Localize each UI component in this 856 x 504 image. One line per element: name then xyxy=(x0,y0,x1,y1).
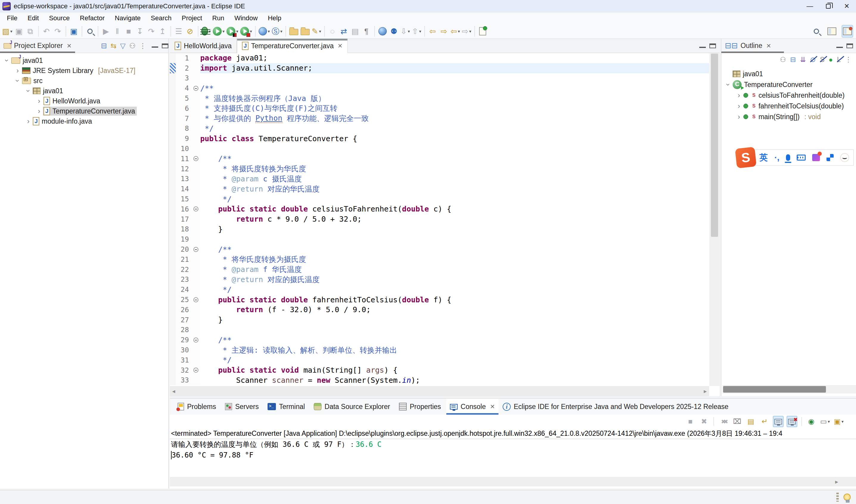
import-button[interactable] xyxy=(288,25,300,38)
project-item-src[interactable]: ›src xyxy=(0,76,168,86)
menu-item-run[interactable]: Run xyxy=(207,13,229,24)
expand-arrow-icon[interactable]: › xyxy=(735,102,743,110)
close-icon[interactable]: ✕ xyxy=(490,403,495,410)
code-line-15[interactable]: 15 */ xyxy=(170,194,709,204)
menu-item-navigate[interactable]: Navigate xyxy=(110,13,146,24)
scroll-lock-button[interactable]: ▤ xyxy=(746,416,756,427)
code-line-7[interactable]: 7 * 与你提供的 Python 程序功能、逻辑完全一致 xyxy=(170,113,709,124)
code-line-24[interactable]: 24 */ xyxy=(170,285,709,294)
menu-item-help[interactable]: Help xyxy=(263,13,286,24)
link-with-editor-icon[interactable]: ⇆ xyxy=(110,42,117,50)
minimize-view-icon[interactable] xyxy=(836,47,843,48)
outline-item-java01[interactable]: java01 xyxy=(721,69,856,79)
step-return-button[interactable]: ↥ xyxy=(157,25,168,38)
menu-item-refactor[interactable]: Refactor xyxy=(75,13,110,24)
soft-keyboard-button[interactable] xyxy=(797,155,806,161)
collapse-arrow-icon[interactable]: › xyxy=(13,77,22,85)
editor-tab-helloworld-java[interactable]: HelloWorld.java xyxy=(170,39,237,53)
code-line-31[interactable]: 31 */ xyxy=(170,355,709,365)
open-perspective-button[interactable] xyxy=(826,25,838,38)
menu-item-window[interactable]: Window xyxy=(229,13,263,24)
expand-arrow-icon[interactable]: › xyxy=(735,91,743,100)
code-line-6[interactable]: 6 * 支持摄氏度(C)与华氏度(F)之间互转 xyxy=(170,103,709,113)
project-item-temperatureconverter-java[interactable]: ›TemperatureConverter.java xyxy=(0,106,168,116)
scrollbar-thumb[interactable] xyxy=(723,386,826,393)
pin-editor-button[interactable] xyxy=(477,25,488,38)
restore-from-button[interactable]: ⇧▾ xyxy=(411,25,422,38)
project-item-helloworld-java[interactable]: ›HelloWorld.java xyxy=(0,96,168,106)
code-line-3[interactable]: 3 xyxy=(170,73,709,84)
editor-tab-temperatureconverter-java[interactable]: TemperatureConverter.java✕ xyxy=(237,39,348,53)
fold-collapse-icon[interactable] xyxy=(193,297,198,302)
close-button[interactable]: ✕ xyxy=(838,0,856,13)
fold-collapse-icon[interactable] xyxy=(193,338,198,343)
java-ee-perspective-button[interactable] xyxy=(842,25,853,38)
save-all-button[interactable]: ⧉ xyxy=(25,25,36,38)
debug-button[interactable]: ▾ xyxy=(200,25,212,38)
hide-local-types-icon[interactable]: L xyxy=(837,56,841,64)
expand-arrow-icon[interactable]: › xyxy=(24,117,32,125)
new-wizard-button[interactable]: ▧▾ xyxy=(1,25,13,38)
fold-collapse-icon[interactable] xyxy=(193,156,198,161)
code-line-14[interactable]: 14 * @return 对应的华氏温度 xyxy=(170,184,709,194)
code-line-25[interactable]: 25 public static double fahrenheitToCels… xyxy=(170,294,709,305)
emoji-button[interactable] xyxy=(840,153,849,162)
sogou-logo-icon[interactable]: S xyxy=(735,147,757,168)
profile-button[interactable]: ▾ xyxy=(239,25,253,38)
search-button[interactable] xyxy=(811,25,822,38)
collapse-arrow-icon[interactable]: › xyxy=(3,57,11,64)
console-horizontal-scrollbar[interactable]: ▸ xyxy=(170,477,856,486)
code-line-11[interactable]: 11 /** xyxy=(170,154,709,164)
terminate-button[interactable]: ■ xyxy=(685,416,696,427)
pin-console-button[interactable]: ◉ xyxy=(806,416,817,427)
menu-item-edit[interactable]: Edit xyxy=(22,13,44,24)
project-item-java01[interactable]: ›java01 xyxy=(0,55,168,66)
code-line-13[interactable]: 13 * @param c 摄氏温度 xyxy=(170,174,709,184)
save-button[interactable]: ▣ xyxy=(13,25,25,38)
view-menu-icon[interactable]: ⋮ xyxy=(139,42,146,50)
code-line-16[interactable]: 16 public static double celsiusToFahrenh… xyxy=(170,204,709,214)
show-stderr-changes-button[interactable]: ✖ xyxy=(787,416,797,427)
editor-horizontal-scrollbar[interactable]: ◂ ▸ xyxy=(170,386,709,396)
run-button[interactable]: ▾ xyxy=(212,25,226,38)
voice-input-button[interactable] xyxy=(786,154,790,161)
code-line-26[interactable]: 26 return (f - 32.0) * 5.0 / 9.0; xyxy=(170,305,709,315)
new-web-project-button[interactable]: ▾ xyxy=(258,25,271,38)
resume-button[interactable]: ▶ xyxy=(101,25,112,38)
project-item-java01[interactable]: ›java01 xyxy=(0,86,168,96)
run-on-server-button[interactable]: ⚉ xyxy=(388,25,399,38)
bottom-tab-terminal[interactable]: Terminal xyxy=(264,399,308,415)
code-line-4[interactable]: 4/** xyxy=(170,83,709,93)
close-icon[interactable]: ✕ xyxy=(67,42,72,50)
maximize-view-icon[interactable] xyxy=(162,43,168,48)
code-line-20[interactable]: 20 /** xyxy=(170,244,709,254)
next-edit-location-button[interactable]: ⇨ xyxy=(438,25,450,38)
scroll-left-arrow[interactable]: ◂ xyxy=(172,388,175,395)
code-line-33[interactable]: 33 Scanner scanner = new Scanner(System.… xyxy=(170,375,709,385)
fold-collapse-icon[interactable] xyxy=(193,86,198,91)
scrollbar-thumb[interactable] xyxy=(711,54,718,237)
suspend-button[interactable]: ‖ xyxy=(112,25,123,38)
bottom-tab-problems[interactable]: Problems xyxy=(174,399,219,415)
export-button[interactable] xyxy=(300,25,311,38)
search-flashlight-button[interactable] xyxy=(84,25,96,38)
code-line-2[interactable]: 2import java.util.Scanner; xyxy=(170,63,709,73)
code-line-27[interactable]: 27 } xyxy=(170,315,709,325)
code-line-29[interactable]: 29 /** xyxy=(170,335,709,345)
code-line-5[interactable]: 5 * 温度转换器示例程序（Java 版） xyxy=(170,93,709,103)
menu-item-source[interactable]: Source xyxy=(44,13,75,24)
expand-arrow-icon[interactable]: › xyxy=(735,113,743,121)
expand-arrow-icon[interactable]: › xyxy=(35,97,43,105)
code-line-21[interactable]: 21 * 将华氏度转换为摄氏度 xyxy=(170,254,709,265)
project-item-module-info-java[interactable]: ›module-info.java xyxy=(0,116,168,126)
hide-fields-icon[interactable]: ⊘ xyxy=(810,56,816,64)
collapse-arrow-icon[interactable]: › xyxy=(724,81,732,88)
hide-non-public-icon[interactable]: ● xyxy=(828,56,833,64)
close-icon[interactable]: ✕ xyxy=(338,42,343,50)
notifications-bulb-icon[interactable] xyxy=(843,493,851,501)
menu-item-file[interactable]: File xyxy=(2,13,22,24)
maximize-view-icon[interactable] xyxy=(709,43,716,48)
sort-icon[interactable]: ⇊ xyxy=(800,56,806,64)
new-web-service-button[interactable]: Ⓢ▾ xyxy=(271,25,283,38)
code-line-8[interactable]: 8 */ xyxy=(170,124,709,134)
